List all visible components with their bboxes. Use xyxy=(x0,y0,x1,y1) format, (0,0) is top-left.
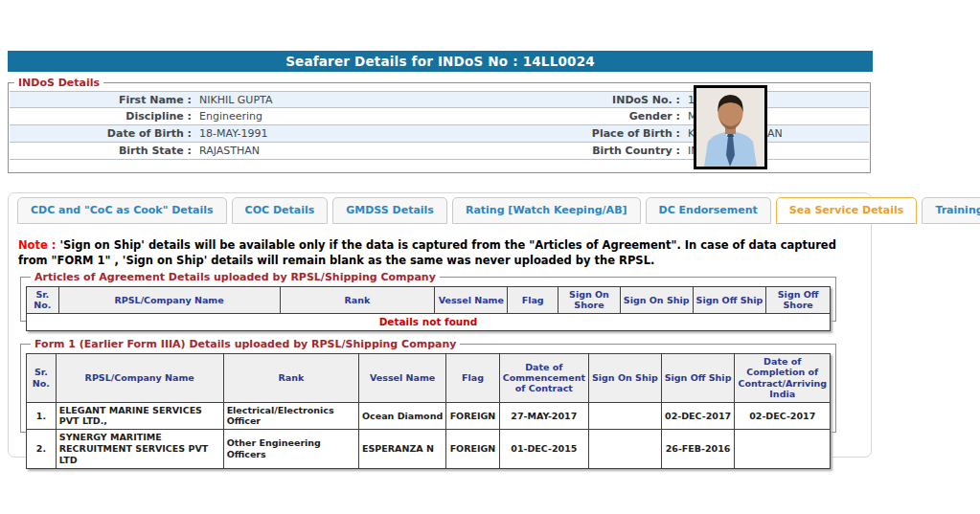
col-date-of-completion: Date of Completion of Contract/Arriving … xyxy=(735,354,831,403)
field-value-date-of-birth: 18-MAY-1991 xyxy=(192,125,515,142)
field-label-first-name: First Name : xyxy=(10,92,192,107)
field-label-birth-country: Birth Country : xyxy=(515,143,680,159)
tab-dc-endorsement[interactable]: DC Endorsement xyxy=(646,197,771,224)
col-sign-off-ship: Sign Off Ship xyxy=(693,287,766,314)
tab-content-panel: CDC and "CoC as Cook" Details COC Detail… xyxy=(8,192,872,458)
field-label-discipline: Discipline : xyxy=(10,108,192,124)
col-rank: Rank xyxy=(223,354,358,403)
col-vessel-name: Vessel Name xyxy=(359,354,446,403)
col-date-of-commencement: Date of Commencement of Contract xyxy=(499,354,588,403)
cell-sr-no: 1. xyxy=(27,402,57,430)
note-text: Note : 'Sign on Ship' details will be av… xyxy=(18,237,848,268)
cell-sign-off-ship: 02-DEC-2017 xyxy=(661,402,735,430)
indos-details-legend: INDoS Details xyxy=(14,77,103,89)
tab-gmdss-details[interactable]: GMDSS Details xyxy=(332,197,447,224)
col-sign-off-ship: Sign Off Ship xyxy=(661,354,735,403)
cell-vessel: Ocean Diamond xyxy=(359,402,446,430)
form1-fieldset: Form 1 (Earlier Form IIIA) Details uploa… xyxy=(20,338,836,433)
note-body: 'Sign on Ship' details will be available… xyxy=(18,238,836,267)
col-sign-on-ship: Sign On Ship xyxy=(620,287,693,314)
col-sign-off-shore: Sign Off Shore xyxy=(766,287,831,314)
col-rpsl-company-name: RPSL/Company Name xyxy=(56,354,223,403)
cell-sign-off-ship: 26-FEB-2016 xyxy=(661,430,735,469)
tab-coc-details[interactable]: COC Details xyxy=(232,197,329,224)
cell-flag: FOREIGN xyxy=(446,430,500,469)
col-flag: Flag xyxy=(446,354,500,403)
cell-sr-no: 2. xyxy=(27,430,57,469)
col-sign-on-shore: Sign On Shore xyxy=(558,287,621,314)
col-sr-no: Sr. No. xyxy=(27,354,57,403)
col-rank: Rank xyxy=(280,287,435,314)
cell-completion xyxy=(735,430,831,469)
col-vessel-name: Vessel Name xyxy=(435,287,508,314)
empty-message-row: Details not found xyxy=(27,313,831,330)
form1-table: Sr. No. RPSL/Company Name Rank Vessel Na… xyxy=(26,353,831,469)
field-label-birth-state: Birth State : xyxy=(10,143,192,159)
articles-of-agreement-fieldset: Articles of Agreement Details uploaded b… xyxy=(20,271,836,322)
cell-rank: Other Engineering Officers xyxy=(223,430,358,469)
tab-bar: CDC and "CoC as Cook" Details COC Detail… xyxy=(17,197,980,224)
cell-company: ELEGANT MARINE SERVICES PVT LTD., xyxy=(56,402,223,430)
tab-rating-watch-keeping-ab[interactable]: Rating [Watch Keeping/AB] xyxy=(452,197,641,224)
field-label-indos-no: INDoS No. : xyxy=(515,92,680,107)
details-not-found-message: Details not found xyxy=(27,313,831,330)
col-flag: Flag xyxy=(508,287,558,314)
seafarer-photo xyxy=(694,85,767,169)
table-row: 2. SYNERGY MARITIME RECRUITMENT SERVICES… xyxy=(27,430,831,469)
page-title: Seafarer Details for INDoS No : 14LL0024 xyxy=(8,51,873,72)
tab-training-details[interactable]: Training Details xyxy=(922,197,980,224)
articles-of-agreement-table: Sr. No. RPSL/Company Name Rank Vessel Na… xyxy=(26,286,831,331)
cell-vessel: ESPERANZA N xyxy=(359,430,446,469)
cell-company: SYNERGY MARITIME RECRUITMENT SERVICES PV… xyxy=(56,430,223,469)
table-row: 1. ELEGANT MARINE SERVICES PVT LTD., Ele… xyxy=(27,402,831,430)
cell-flag: FOREIGN xyxy=(446,402,500,430)
cell-sign-on-ship xyxy=(588,402,661,430)
form1-legend: Form 1 (Earlier Form IIIA) Details uploa… xyxy=(31,338,460,350)
cell-sign-on-ship xyxy=(588,430,661,469)
col-sign-on-ship: Sign On Ship xyxy=(588,354,661,403)
tab-cdc-coc-as-cook-details[interactable]: CDC and "CoC as Cook" Details xyxy=(17,197,227,224)
note-label: Note : xyxy=(18,238,56,252)
cell-commencement: 01-DEC-2015 xyxy=(499,430,588,469)
seafarer-details-page: { "title": "Seafarer Details for INDoS N… xyxy=(0,0,980,514)
cell-rank: Electrical/Electronics Officer xyxy=(223,402,358,430)
field-value-discipline: Engineering xyxy=(192,108,515,124)
tab-sea-service-details[interactable]: Sea Service Details xyxy=(776,197,918,224)
field-label-place-of-birth: Place of Birth : xyxy=(515,125,680,142)
cell-completion: 02-DEC-2017 xyxy=(735,402,831,430)
table-header-row: Sr. No. RPSL/Company Name Rank Vessel Na… xyxy=(27,354,831,403)
cell-commencement: 27-MAY-2017 xyxy=(499,402,588,430)
field-value-birth-state: RAJASTHAN xyxy=(192,143,515,159)
col-sr-no: Sr. No. xyxy=(27,287,59,314)
articles-of-agreement-legend: Articles of Agreement Details uploaded b… xyxy=(31,271,440,283)
table-header-row: Sr. No. RPSL/Company Name Rank Vessel Na… xyxy=(27,287,831,314)
field-label-gender: Gender : xyxy=(515,108,680,124)
field-value-first-name: NIKHIL GUPTA xyxy=(192,92,515,107)
field-label-date-of-birth: Date of Birth : xyxy=(10,125,192,142)
col-rpsl-company-name: RPSL/Company Name xyxy=(58,287,280,314)
